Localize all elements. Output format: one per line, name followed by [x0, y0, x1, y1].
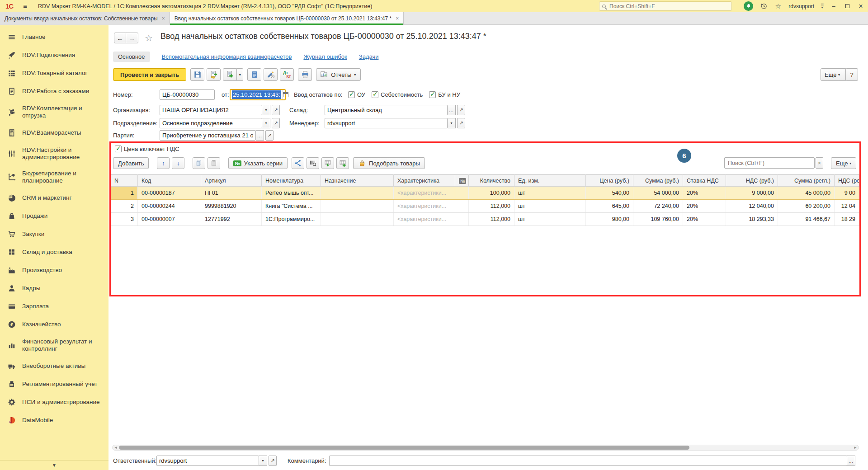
table-row[interactable]: 100-00000187ПГ01Perfeo мышь опт...<харак…	[111, 187, 859, 200]
cell-nomenclature[interactable]: Perfeo мышь опт...	[262, 187, 321, 200]
notifications-icon[interactable]	[744, 1, 753, 11]
sidebar-more-button[interactable]: ▼	[0, 460, 108, 470]
edit-deferred-button[interactable]	[264, 68, 278, 81]
document-structure-button[interactable]	[247, 68, 261, 81]
cell-article[interactable]: 9999881920	[201, 200, 262, 213]
select-ellipsis-button[interactable]: …	[256, 130, 264, 141]
open-icon[interactable]: ↗	[269, 456, 277, 466]
open-icon[interactable]: ↗	[272, 118, 280, 128]
barcode-scan-button[interactable]	[307, 157, 319, 169]
cell-code[interactable]: 00-00000007	[138, 213, 201, 226]
tab-2[interactable]: Ввод начальных остатков собственных това…	[170, 12, 404, 25]
fill-table-button[interactable]	[321, 157, 334, 169]
batch-field[interactable]	[160, 130, 256, 141]
manager-field[interactable]	[325, 118, 448, 128]
column-header-unit[interactable]: Ед. изм.	[514, 175, 586, 187]
dropdown-caret[interactable]: ▾	[262, 118, 270, 128]
set-series-button[interactable]: № Указать серии	[228, 157, 288, 169]
scrollbar-thumb[interactable]	[119, 446, 689, 450]
column-header-price[interactable]: Цена (руб.)	[586, 175, 633, 187]
column-header-sum_reg[interactable]: Сумма (регл.)	[778, 175, 835, 187]
cell-qty[interactable]: 112,000	[469, 200, 514, 213]
column-header-vat_reg[interactable]: НДС (регл)	[835, 175, 859, 187]
post-and-new-button[interactable]	[223, 68, 237, 81]
minimize-button[interactable]: –	[830, 3, 837, 9]
calendar-button[interactable]	[283, 90, 288, 99]
cell-purpose[interactable]	[321, 200, 394, 213]
cell-sum[interactable]: 109 760,00	[633, 213, 683, 226]
cell-n[interactable]: 2	[111, 200, 138, 213]
cell-price[interactable]: 540,00	[586, 187, 633, 200]
history-icon[interactable]	[760, 2, 768, 10]
sidebar-item-plan[interactable]: Бюджетирование и планирование	[0, 165, 108, 189]
column-header-code[interactable]: Код	[138, 175, 201, 187]
post-and-close-button[interactable]: Провести и закрыть	[113, 68, 186, 81]
cell-qty[interactable]: 112,000	[469, 213, 514, 226]
cell-sum[interactable]: 54 000,00	[633, 187, 683, 200]
cell-characteristic[interactable]: <характеристики...	[394, 200, 455, 213]
doc-link-3[interactable]: Задачи	[359, 53, 379, 60]
column-header-sum[interactable]: Сумма (руб.)	[633, 175, 683, 187]
cell-unit[interactable]: шт	[514, 200, 586, 213]
sidebar-item-cart[interactable]: Закупки	[0, 225, 108, 243]
cell-vat[interactable]: 18 293,33	[726, 213, 778, 226]
move-down-button[interactable]: ↓	[172, 157, 184, 169]
comment-ellipsis-button[interactable]: …	[847, 456, 855, 466]
pick-goods-button[interactable]: Подобрать товары	[353, 157, 425, 169]
sidebar-item-trolley[interactable]: RDV:Комплектация и отгрузка	[0, 100, 108, 124]
cell-article[interactable]: ПГ01	[201, 187, 262, 200]
sidebar-item-person[interactable]: Кадры	[0, 279, 108, 297]
dtkt-postings-button[interactable]: Дт Кт	[280, 68, 294, 81]
global-search-input[interactable]	[609, 3, 729, 10]
copy-row-button[interactable]	[193, 157, 205, 169]
more-button[interactable]: Еще ▾	[821, 68, 847, 81]
column-header-purpose[interactable]: Назначение	[321, 175, 394, 187]
help-button[interactable]: ?	[845, 68, 858, 81]
cell-price[interactable]: 645,00	[586, 200, 633, 213]
post-options-caret[interactable]: ▾	[237, 68, 243, 81]
column-header-qty[interactable]: Количество	[469, 175, 514, 187]
column-header-nomenclature[interactable]: Номенклатура	[262, 175, 321, 187]
cell-sum_reg[interactable]: 45 000,00	[778, 187, 835, 200]
post-button[interactable]	[207, 68, 221, 81]
cell-sum[interactable]: 72 240,00	[633, 200, 683, 213]
save-button[interactable]	[190, 68, 204, 81]
cell-series[interactable]	[455, 200, 469, 213]
print-button[interactable]	[298, 68, 312, 81]
open-icon[interactable]: ↗	[457, 105, 465, 115]
open-icon[interactable]: ↗	[272, 105, 280, 115]
dropdown-caret[interactable]: ▾	[448, 118, 456, 128]
horizontal-scrollbar[interactable]: ◄ ►	[112, 445, 859, 451]
column-header-article[interactable]: Артикул	[201, 175, 262, 187]
scroll-left-icon[interactable]: ◄	[114, 445, 118, 450]
balance-checkbox-БУ и НУ[interactable]: БУ и НУ	[429, 91, 460, 98]
favorite-star-icon[interactable]: ☆	[145, 33, 153, 43]
sidebar-item-order[interactable]: RDV:Работа с заказами	[0, 82, 108, 100]
split-row-button[interactable]	[292, 157, 304, 169]
cell-code[interactable]: 00-00000187	[138, 187, 201, 200]
select-ellipsis-button[interactable]: …	[448, 105, 456, 115]
cell-n[interactable]: 3	[111, 213, 138, 226]
dropdown-caret[interactable]: ▾	[259, 456, 267, 466]
close-button[interactable]: ×	[857, 2, 864, 10]
balance-checkbox-Себестоимость[interactable]: Себестоимость	[372, 91, 423, 98]
sidebar-item-truck[interactable]: Внеоборотные активы	[0, 357, 108, 375]
organization-field[interactable]	[160, 105, 262, 115]
responsible-field[interactable]	[156, 456, 259, 466]
sidebar-item-dm[interactable]: DataMobile	[0, 411, 108, 429]
doc-link-1[interactable]: Вспомогательная информация взаиморасчето…	[162, 53, 292, 60]
service-menu-icon[interactable]: ≡▾	[821, 4, 824, 9]
cell-purpose[interactable]	[321, 187, 394, 200]
cell-nomenclature[interactable]: Книга "Система ...	[262, 200, 321, 213]
column-header-characteristic[interactable]: Характеристика	[394, 175, 455, 187]
table-row[interactable]: 200-000002449999881920Книга "Система ...…	[111, 200, 859, 213]
cell-vat_rate[interactable]: 20%	[683, 200, 726, 213]
column-header-series[interactable]: №	[455, 175, 469, 187]
cell-characteristic[interactable]: <характеристики...	[394, 187, 455, 200]
cell-n[interactable]: 1	[111, 187, 138, 200]
cell-series[interactable]	[455, 213, 469, 226]
cell-nomenclature[interactable]: 1С:Программиро...	[262, 213, 321, 226]
sidebar-item-bag[interactable]: Продажи	[0, 207, 108, 225]
sidebar-item-pie[interactable]: CRM и маркетинг	[0, 189, 108, 207]
add-from-table-button[interactable]	[336, 157, 349, 169]
